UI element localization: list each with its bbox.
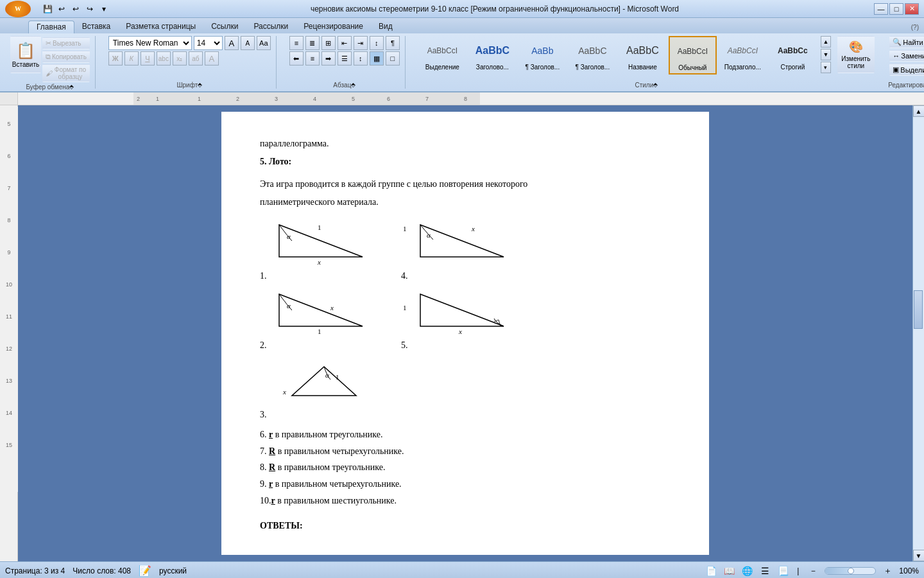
bullets-button[interactable]: ≡ bbox=[289, 36, 304, 50]
list-text-8: в правильном треугольнике. bbox=[275, 462, 385, 472]
paste-button[interactable]: 📋 Вставить bbox=[10, 36, 41, 73]
style-heading3-preview: AaBbC bbox=[570, 38, 615, 64]
font-group: Times New Roman 14 A A Aa Ж К Ч abc х₂ а… bbox=[103, 36, 277, 89]
scroll-down-button[interactable]: ▼ bbox=[913, 550, 925, 561]
style-title-label: Название bbox=[628, 64, 657, 71]
zoom-in-button[interactable]: ＋ bbox=[881, 565, 894, 577]
font-expand[interactable]: ⬘ bbox=[198, 82, 202, 88]
align-center-button[interactable]: ≡ bbox=[305, 51, 320, 66]
tab-layout[interactable]: Разметка страницы bbox=[118, 21, 203, 33]
align-left-button[interactable]: ⬅ bbox=[289, 51, 304, 66]
styles-scroll-more[interactable]: ▾ bbox=[821, 62, 831, 73]
list-item-9: 9. r в правильном четырехугольнике. bbox=[260, 478, 671, 491]
styles-scroll-up[interactable]: ▲ bbox=[821, 36, 831, 48]
tab-mailings[interactable]: Рассылки bbox=[246, 21, 296, 33]
italic-button[interactable]: К bbox=[124, 51, 139, 66]
shrink-font-button[interactable]: A bbox=[241, 36, 255, 50]
format-painter-button[interactable]: 🖌Формат по образцу bbox=[42, 64, 90, 82]
svg-text:15: 15 bbox=[6, 442, 12, 448]
bold-button[interactable]: Ж bbox=[108, 51, 123, 66]
svg-text:1: 1 bbox=[403, 225, 407, 232]
svg-text:α: α bbox=[325, 371, 329, 379]
cut-button[interactable]: ✂Вырезать bbox=[42, 37, 90, 49]
style-выделение[interactable]: AaBbCcI Выделение bbox=[418, 36, 466, 74]
numbering-button[interactable]: ≣ bbox=[305, 36, 320, 50]
close-button[interactable]: ✕ bbox=[905, 3, 919, 15]
grow-font-button[interactable]: A bbox=[225, 36, 239, 50]
redo-qa-button[interactable]: ↪ bbox=[83, 3, 96, 15]
style-heading3[interactable]: AaBbC ¶ Заголов... bbox=[569, 36, 617, 74]
tab-references[interactable]: Ссылки bbox=[203, 21, 246, 33]
tab-insert[interactable]: Вставка bbox=[74, 21, 119, 33]
style-strict[interactable]: AaBbCc Строгий bbox=[769, 36, 817, 74]
svg-text:3: 3 bbox=[275, 96, 278, 102]
label-2: 2. bbox=[260, 339, 267, 352]
scroll-up-button[interactable]: ▲ bbox=[913, 105, 925, 117]
justify-button[interactable]: ☰ bbox=[338, 51, 352, 66]
triangle-1-group: α 1 x 1. bbox=[260, 218, 363, 283]
paragraph-expand[interactable]: ⬘ bbox=[351, 82, 355, 88]
save-qa-button[interactable]: 💾 bbox=[41, 3, 54, 15]
font-color-button[interactable]: А bbox=[205, 51, 219, 66]
read-view-button[interactable]: 📖 bbox=[723, 565, 735, 577]
multilevel-button[interactable]: ⊞ bbox=[321, 36, 336, 50]
web-view-button[interactable]: 🌐 bbox=[740, 565, 753, 577]
underline-button[interactable]: Ч bbox=[141, 51, 155, 66]
undo2-qa-button[interactable]: ↩ bbox=[69, 3, 82, 15]
document-page[interactable]: параллелограмма. 5. Лото: Эта игра прово… bbox=[221, 112, 709, 555]
styles-expand[interactable]: ⬘ bbox=[653, 82, 658, 88]
show-marks-button[interactable]: ¶ bbox=[386, 36, 400, 50]
editing-group: 🔍 Найти ↔ Заменить ▣ Выделить Редактиров… bbox=[887, 36, 924, 89]
spell-check-icon[interactable]: 📝 bbox=[139, 565, 151, 577]
find-button[interactable]: 🔍 Найти bbox=[889, 36, 924, 48]
scroll-track[interactable] bbox=[914, 118, 924, 548]
svg-text:1: 1 bbox=[318, 328, 321, 335]
increase-indent-button[interactable]: ⇥ bbox=[354, 36, 368, 50]
copy-button[interactable]: ⧉Копировать bbox=[42, 51, 90, 63]
outline-view-button[interactable]: ☰ bbox=[758, 565, 771, 577]
strikethrough-button[interactable]: abc bbox=[157, 51, 171, 66]
change-styles-button[interactable]: 🎨 Изменить стили bbox=[837, 36, 875, 73]
sort-button[interactable]: ↕ bbox=[370, 36, 384, 50]
decrease-indent-button[interactable]: ⇤ bbox=[338, 36, 352, 50]
align-right-button[interactable]: ➡ bbox=[321, 51, 336, 66]
undo-qa-button[interactable]: ↩ bbox=[55, 3, 68, 15]
tab-view[interactable]: Вид bbox=[371, 21, 400, 33]
maximize-button[interactable]: □ bbox=[889, 3, 903, 15]
clipboard-expand[interactable]: ⬘ bbox=[69, 83, 74, 90]
highlight-button[interactable]: аб bbox=[189, 51, 203, 66]
tab-review[interactable]: Рецензирование bbox=[296, 21, 371, 33]
styles-scroll-down[interactable]: ▼ bbox=[821, 49, 831, 60]
style-subtitle[interactable]: AaBbCcI Подзаголо... bbox=[719, 36, 767, 74]
svg-text:x: x bbox=[282, 388, 286, 396]
clear-format-button[interactable]: Aa bbox=[257, 36, 271, 50]
ribbon: Главная Вставка Разметка страницы Ссылки… bbox=[0, 18, 924, 92]
replace-button[interactable]: ↔ Заменить bbox=[889, 50, 924, 62]
status-bar: Страница: 3 из 4 Число слов: 408 📝 русск… bbox=[0, 561, 924, 578]
border-button[interactable]: □ bbox=[386, 51, 400, 66]
dropdown-qa-button[interactable]: ▾ bbox=[98, 3, 110, 15]
office-button[interactable]: W bbox=[5, 1, 31, 17]
font-family-select[interactable]: Times New Roman bbox=[108, 36, 192, 50]
shading-button[interactable]: ▦ bbox=[370, 51, 384, 66]
svg-text:1: 1 bbox=[318, 223, 321, 231]
subscript-button[interactable]: х₂ bbox=[173, 51, 187, 66]
style-heading2[interactable]: AaBb ¶ Заголов... bbox=[518, 36, 567, 74]
zoom-handle[interactable] bbox=[848, 568, 854, 574]
svg-text:7: 7 bbox=[425, 96, 429, 102]
draft-view-button[interactable]: 📃 bbox=[776, 565, 789, 577]
zoom-slider[interactable] bbox=[825, 567, 876, 575]
line-spacing-button[interactable]: ↕ bbox=[354, 51, 368, 66]
vertical-scrollbar[interactable]: ▲ ▼ bbox=[912, 105, 924, 561]
normal-view-button[interactable]: 📄 bbox=[705, 565, 717, 577]
select-button[interactable]: ▣ Выделить bbox=[889, 64, 924, 76]
tab-home[interactable]: Главная bbox=[28, 21, 74, 33]
font-size-select[interactable]: 14 bbox=[194, 36, 223, 50]
styles-scroll: ▲ ▼ ▾ bbox=[821, 36, 831, 73]
minimize-button[interactable]: — bbox=[874, 3, 888, 15]
style-normal[interactable]: AaBbCcI Обычный bbox=[669, 36, 717, 74]
style-heading1[interactable]: AaBbC Заголово... bbox=[468, 36, 517, 74]
style-title[interactable]: AaBbC Название bbox=[619, 36, 667, 74]
zoom-out-button[interactable]: － bbox=[807, 565, 819, 577]
scroll-thumb[interactable] bbox=[914, 290, 923, 329]
